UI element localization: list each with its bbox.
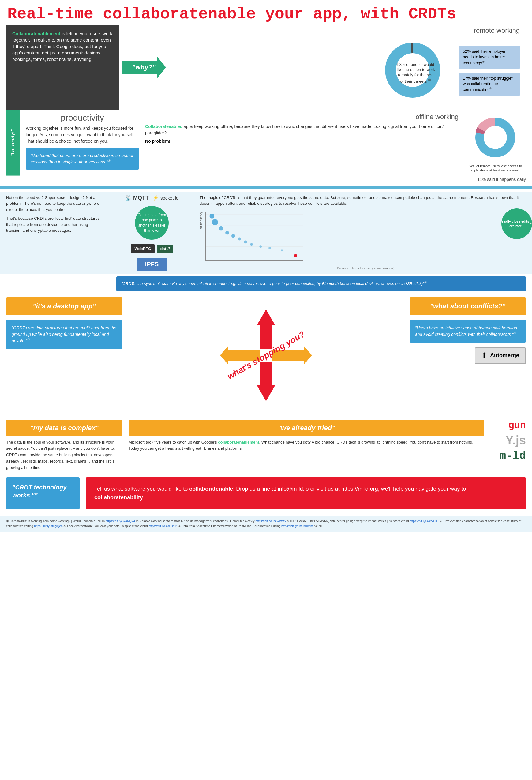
pie-center-text: 98% of people would like the option to w… (396, 62, 436, 84)
ipfs-logo: IPFS (137, 258, 167, 271)
automerge-icon: ⬆ (482, 352, 487, 360)
bottom-left: "my data is complex" The data is the sou… (6, 420, 123, 471)
bubble-text: Getting data from one place to another i… (137, 212, 166, 233)
mld-logo: m-ld (499, 450, 526, 462)
arrow-down (257, 361, 275, 401)
svg-point-3 (484, 126, 507, 149)
footnote-3-link[interactable]: https://bit.ly/378VHuJ (409, 520, 439, 523)
conflicts-sup: ⑤ (514, 332, 516, 335)
remote-working-section: remote working 98% of people would like … (168, 25, 526, 110)
svg-point-23 (281, 249, 283, 251)
crdt-local-quote: "CRDTs are data structures that are mult… (6, 320, 123, 349)
crdt-sync-quote-text: "CRDTs can sync their state via any comm… (121, 281, 424, 286)
tried-text: Microsoft took five years to catch up wi… (129, 439, 484, 452)
svg-point-20 (250, 243, 253, 245)
footnote-4-link[interactable]: https://bit.ly/3fGyQe8 (34, 524, 62, 528)
middle-left: Not on the cloud yet? Super-secret desig… (6, 195, 104, 271)
tried-content: "we already tried" Microsoft took five y… (129, 420, 484, 452)
offline-text-body: apps keep working offline, because they … (145, 124, 443, 135)
bottom-section: "my data is complex" The data is the sou… (0, 420, 532, 477)
footnote-6-link[interactable]: https://bit.ly/3m9M0mm (281, 524, 313, 528)
tech-icons-row: 📡 MQTT ⚡ socket.io (125, 195, 179, 201)
productivity-quote: "We found that users are more productive… (26, 148, 139, 169)
svg-point-13 (209, 214, 214, 218)
why-label: "why?" (132, 63, 155, 71)
rare-edits-bubble: really close edits are rare⑥ (501, 208, 532, 239)
productivity-quote-text: "We found that users are more productive… (31, 153, 134, 164)
yjs-logo: Y.js (505, 434, 526, 447)
conflict-text: The magic of CRDTs is that they guarante… (200, 195, 526, 207)
remote-stats: 52% said their employer needs to invest … (458, 37, 520, 96)
middle-section: Not on the cloud yet? Super-secret desig… (0, 192, 532, 274)
daily-text: 11% said it happens daily (0, 176, 532, 183)
productivity-text: Working together is more fun, and keeps … (26, 125, 139, 145)
productivity-title: productivity (26, 113, 139, 123)
local-first-text: That's because CRDTs are 'local-first' d… (6, 215, 104, 234)
svg-point-14 (212, 219, 218, 225)
svg-point-18 (238, 237, 241, 240)
svg-point-17 (231, 234, 235, 238)
collaboratenabled-term: Collaboratenabled (145, 124, 183, 129)
offline-title: offline working (145, 113, 458, 121)
svg-point-21 (259, 245, 262, 248)
collab-term: collaboratenablement (218, 440, 259, 444)
not-on-cloud-text: Not on the cloud yet? Super-secret desig… (6, 195, 104, 213)
footnotes-section: ① Coronavirus: Is working from home work… (0, 516, 532, 532)
gun-logo: gun (508, 420, 526, 431)
stopping-arrows-center: what's stopping you? (129, 297, 403, 413)
why-arrow: "why?" (122, 57, 166, 78)
offline-section: offline working Collaboratenabled apps k… (145, 113, 526, 173)
cta-bold1: collaboratenable (189, 486, 233, 492)
cta-bold2: collaboratenability (94, 494, 143, 500)
page-title: Real-time collaboratenable your app, wit… (0, 0, 532, 25)
svg-point-15 (219, 226, 223, 230)
productivity-section: productivity Working together is more fu… (26, 113, 139, 173)
crdt-works-box: "CRDT technology works."⑤ (6, 477, 80, 510)
footnote-1-link[interactable]: https://bit.ly/374RQ24 (106, 520, 135, 523)
cta-url-link[interactable]: https://m-ld.org (341, 486, 378, 492)
bottom-right: "we already tried" Microsoft took five y… (129, 420, 526, 471)
im-ready-label: "I'm ready!" (6, 110, 19, 176)
conflicts-banner: "what about conflicts?" (409, 297, 526, 315)
remote-label: remote working (474, 25, 520, 37)
footnote-1: ① Coronavirus: Is working from home work… (6, 519, 526, 529)
svg-point-16 (225, 231, 229, 235)
crdt-works-text: "CRDT technology works." (12, 484, 66, 499)
dat-logo: dat:// (157, 245, 173, 253)
data-complex-banner: "my data is complex" (6, 420, 123, 436)
cta-email-link[interactable]: info@m-ld.io (278, 486, 308, 492)
tech-logos-row: WebRTC dat:// (131, 244, 173, 253)
middle-right: The magic of CRDTs is that they guarante… (200, 195, 526, 271)
desktop-app-banner: "it's a desktop app" (6, 297, 123, 315)
crdt-works-sup: ⑤ (35, 492, 37, 496)
crdt-local-sup: ⑤ (27, 338, 30, 341)
cta-section: "CRDT technology works."⑤ Tell us what s… (0, 477, 532, 516)
footnote-5-link[interactable]: https://bit.ly/3l3nUYP (148, 524, 177, 528)
webrtc-logo: WebRTC (131, 244, 155, 253)
stat2-text: 17% said their "top struggle" was collab… (463, 76, 513, 92)
offline-text: Collaboratenabled apps keep working offl… (145, 124, 458, 136)
getting-data-bubble: Getting data from one place to another i… (135, 206, 168, 240)
data-complex-text: The data is the soul of your software, a… (6, 439, 123, 471)
cta-main-box: Tell us what software you would like to … (86, 477, 526, 510)
why-arrow-area: "why?" (119, 25, 168, 110)
automerge-label: Automerge (490, 352, 519, 359)
bold-term: Collaboratenablement (12, 31, 61, 36)
stopping-section: "it's a desktop app" "CRDTs are data str… (0, 291, 532, 420)
arrow-up (257, 309, 275, 349)
tech-brands: gun Y.js m-ld (489, 420, 526, 462)
stopping-left: "it's a desktop app" "CRDTs are data str… (6, 297, 123, 413)
footnote-2-link[interactable]: https://bit.ly/3m67bW5 (255, 520, 286, 523)
stat-box-2: 17% said their "top struggle" was collab… (458, 72, 520, 96)
automerge-button[interactable]: ⬆ Automerge (475, 347, 526, 364)
svg-point-24 (294, 254, 297, 257)
scatter-y-label: Edit frequency (200, 211, 203, 231)
svg-point-19 (244, 240, 247, 243)
no-problem-text: No problem! (145, 139, 458, 144)
crdt-sync-quote: "CRDTs can sync their state via any comm… (116, 277, 526, 291)
stopping-right: "what about conflicts?" "Users have an i… (409, 297, 526, 413)
conflicts-quote: "Users have an intuitive sense of human … (409, 320, 526, 343)
mqtt-icon: 📡 MQTT (125, 195, 149, 201)
cta-text: Tell us what software you would like to … (94, 485, 517, 502)
collaboratenable-definition: Collaboratenablement is letting your use… (6, 25, 119, 110)
